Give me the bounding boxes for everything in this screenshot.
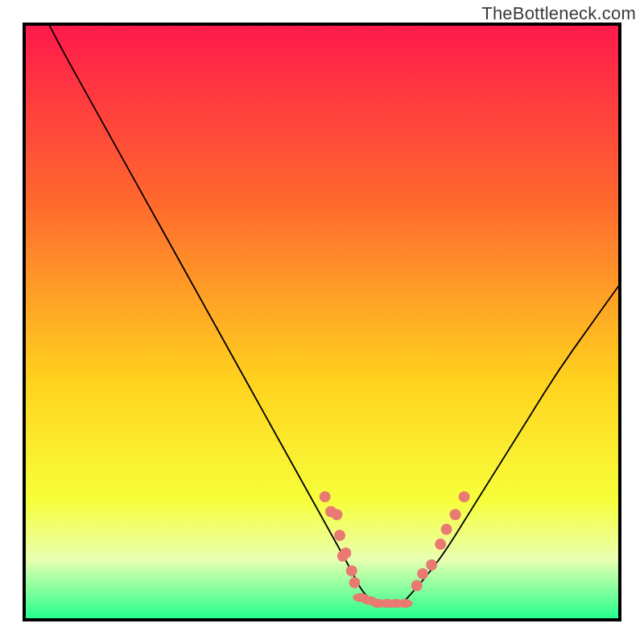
marker-point bbox=[340, 547, 351, 559]
watermark-text: TheBottleneck.com bbox=[481, 3, 636, 24]
bottleneck-chart bbox=[26, 26, 618, 618]
marker-point bbox=[435, 539, 446, 550]
marker-point bbox=[411, 580, 423, 592]
marker-point bbox=[320, 491, 331, 502]
marker-point bbox=[349, 577, 360, 588]
marker-point bbox=[426, 559, 437, 571]
marker-point bbox=[334, 530, 345, 541]
marker-point bbox=[397, 599, 412, 608]
marker-point bbox=[459, 491, 470, 502]
marker-point bbox=[441, 524, 452, 535]
marker-point bbox=[346, 565, 357, 576]
plot-area bbox=[23, 23, 621, 621]
app-frame: TheBottleneck.com bbox=[0, 0, 644, 644]
marker-point bbox=[331, 509, 342, 520]
marker-point bbox=[450, 509, 461, 520]
marker-point bbox=[417, 568, 428, 580]
gradient-background bbox=[26, 26, 618, 618]
